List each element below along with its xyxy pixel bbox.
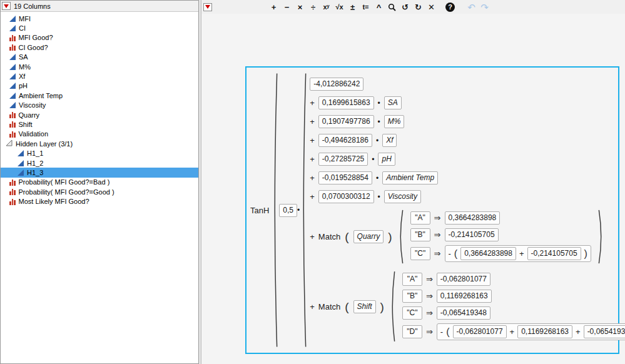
variable-box[interactable]: Xf [382,134,397,147]
match-keyword[interactable]: Match [318,302,340,311]
column-label: pH [19,82,28,89]
plus-button[interactable]: + [268,1,280,13]
case-value-box[interactable]: -0,062801077 [437,273,490,286]
case-value-box[interactable]: 0,1169268163 [517,325,572,338]
column-label: Ambient Temp [19,92,63,99]
match-keyword[interactable]: Match [318,232,340,241]
case-value-box[interactable]: -0,065419348 [584,325,625,338]
nominal-icon [9,179,16,186]
plus-operator: + [310,302,315,311]
multiply-button[interactable]: × [294,1,306,13]
case-value-box[interactable]: 0,3664283898 [460,247,516,260]
column-label: Hidden Layer (3/1) [16,140,73,148]
column-h1-2[interactable]: H1_2 [1,158,198,168]
peel-button[interactable]: ^ [373,1,385,13]
variable-box[interactable]: pH [378,153,395,166]
undo-button[interactable]: ↶ [465,1,477,13]
plus-operator: + [310,232,315,241]
intercept-box[interactable]: -4,012886242 [310,78,363,91]
column-h1-3[interactable]: H1_3 [1,168,198,177]
coefficient-box[interactable]: -0,27285725 [318,153,368,166]
right-paren: ) [388,231,392,243]
help-button[interactable]: ? [444,1,456,13]
column-ci[interactable]: CI [1,23,198,33]
negated-sum-box[interactable]: - ( -0,062801077 + 0,1169268163 + -0,065… [437,323,625,340]
column-m-pct[interactable]: M% [1,62,198,71]
formula-menu-button[interactable] [203,3,212,11]
variable-box[interactable]: Shift [353,300,376,313]
rotate-left-button[interactable]: ↺ [399,1,411,13]
term-row-sa: + 0,1699615863 • SA [310,96,402,109]
coefficient-box[interactable]: 0,1907497786 [318,115,374,128]
coefficient-box[interactable]: -0,019528854 [318,171,372,185]
formula-editor-panel: + − × ÷ xʸ √x ± t= ^ ↺ ↻ ✕ ? ↶ ↷ TanH 0,… [201,0,625,364]
case-value-box[interactable]: -0,214105705 [527,247,581,260]
column-xf[interactable]: Xf [1,71,198,81]
root-button[interactable]: √x [333,1,345,13]
coefficient-box[interactable]: 0,1699615863 [318,96,374,109]
case-key-box[interactable]: "C" [402,306,422,320]
case-key-box[interactable]: "A" [402,273,422,286]
column-viscosity[interactable]: Viscosity [1,101,198,110]
case-value-box[interactable]: -0,214105705 [445,228,499,241]
case-row: "D" ⇒ - ( -0,062801077 + 0,1169268163 + … [402,323,625,340]
variable-box[interactable]: SA [384,96,402,109]
variable-box[interactable]: Viscosity [384,190,421,203]
red-triangle-icon [205,5,210,9]
case-key-box[interactable]: "D" [402,325,422,338]
coefficient-box[interactable]: 0,0700300312 [318,190,374,203]
minus-button[interactable]: − [281,1,293,13]
column-prob-mfi-good-bad[interactable]: Probability( MFI Good?=Bad ) [1,178,198,187]
case-value-box[interactable]: 0,1169268163 [437,290,492,303]
continuous-icon [9,16,16,22]
nominal-icon [9,111,16,118]
multiplier-box[interactable]: 0,5 [279,204,297,217]
column-sa[interactable]: SA [1,53,198,62]
delete-button[interactable]: ✕ [425,1,437,13]
rotate-right-button[interactable]: ↻ [412,1,424,13]
local-variable-button[interactable]: t= [360,1,372,13]
case-key-box[interactable]: "B" [410,228,430,241]
column-shift[interactable]: Shift [1,119,198,129]
formula-selection[interactable]: TanH 0,5 • -4,012886242 + 0,1699615863 •… [245,66,619,354]
redo-button[interactable]: ↷ [479,1,490,13]
variable-box[interactable]: Ambient Temp [382,171,438,185]
column-ambient-temp[interactable]: Ambient Temp [1,91,198,100]
formula-canvas[interactable]: TanH 0,5 • -4,012886242 + 0,1699615863 •… [201,14,625,364]
times-operator: • [376,174,379,183]
implies-arrow: ⇒ [434,230,441,240]
column-mfi-good[interactable]: MFI Good? [1,33,198,43]
match-cases: "A" ⇒ 0,3664283898 "B" ⇒ -0,214105705 "C… [409,209,593,265]
column-group-hidden-layer[interactable]: Hidden Layer (3/1) [1,139,198,148]
divide-button[interactable]: ÷ [307,1,319,13]
column-quarry[interactable]: Quarry [1,110,198,119]
negated-sum-box[interactable]: - ( 0,3664283898 + -0,214105705 ) [445,245,591,262]
case-value-box[interactable]: -0,062801077 [453,325,507,338]
variable-box[interactable]: Quarry [353,230,384,243]
plus-operator: + [310,98,315,108]
column-validation[interactable]: Validation [1,129,198,139]
column-ph[interactable]: pH [1,81,198,91]
column-prob-mfi-good-good[interactable]: Probability( MFI Good?=Good ) [1,187,198,196]
nominal-icon [9,131,16,138]
zoom-button[interactable] [386,1,398,13]
match-row-shift: + Match ( Shift ) "A" ⇒ -0,062801077 "B" [310,270,625,343]
power-button[interactable]: xʸ [320,1,332,13]
function-name[interactable]: TanH [250,206,269,215]
column-ci-good[interactable]: CI Good? [1,43,198,52]
left-paren: ( [345,231,348,243]
case-key-box[interactable]: "B" [402,290,422,303]
column-most-likely-mfi-good[interactable]: Most Likely MFI Good? [1,196,198,206]
coefficient-box[interactable]: -0,494628186 [318,134,372,147]
left-paren [272,71,278,350]
sign-switch-button[interactable]: ± [347,1,358,13]
variable-box[interactable]: M% [384,115,405,128]
column-mfi[interactable]: MFI [1,14,198,23]
implies-arrow: ⇒ [426,291,433,301]
case-value-box[interactable]: -0,065419348 [437,306,490,320]
case-key-box[interactable]: "A" [410,211,430,225]
columns-menu-button[interactable] [2,2,11,10]
case-key-box[interactable]: "C" [410,247,430,260]
case-value-box[interactable]: 0,3664283898 [445,211,501,225]
column-h1-1[interactable]: H1_1 [1,148,198,158]
